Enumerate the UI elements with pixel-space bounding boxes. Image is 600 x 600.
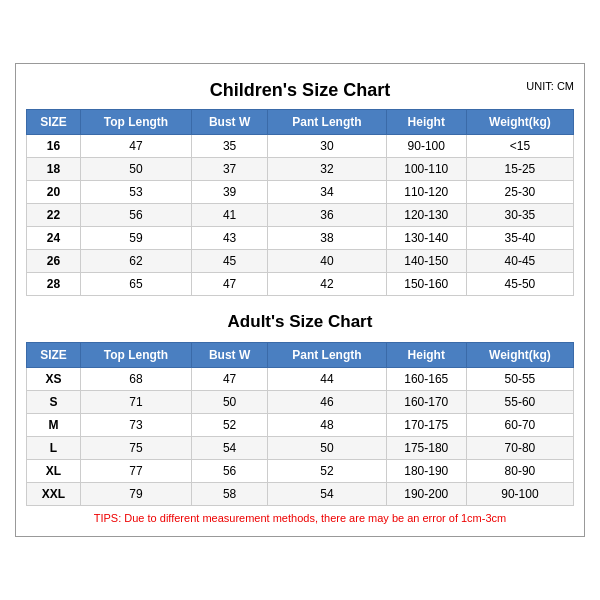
children-table: SIZETop LengthBust WPant LengthHeightWei… (26, 109, 574, 296)
adult-col-header: Height (386, 343, 466, 368)
table-cell: 52 (268, 460, 386, 483)
table-cell: 35-40 (466, 227, 573, 250)
table-cell: 60-70 (466, 414, 573, 437)
table-cell: XL (27, 460, 81, 483)
table-cell: S (27, 391, 81, 414)
table-cell: 175-180 (386, 437, 466, 460)
table-cell: 45 (192, 250, 268, 273)
table-cell: 70-80 (466, 437, 573, 460)
table-cell: 71 (80, 391, 191, 414)
table-cell: XXL (27, 483, 81, 506)
table-cell: 190-200 (386, 483, 466, 506)
table-cell: 110-120 (386, 181, 466, 204)
table-cell: 160-165 (386, 368, 466, 391)
children-col-header: Top Length (80, 110, 191, 135)
adult-table-row: S715046160-17055-60 (27, 391, 574, 414)
table-cell: 35 (192, 135, 268, 158)
table-cell: 160-170 (386, 391, 466, 414)
adult-col-header: Weight(kg) (466, 343, 573, 368)
table-cell: 38 (268, 227, 386, 250)
table-cell: XS (27, 368, 81, 391)
table-cell: 25-30 (466, 181, 573, 204)
adult-table-row: M735248170-17560-70 (27, 414, 574, 437)
table-cell: 50 (192, 391, 268, 414)
table-cell: L (27, 437, 81, 460)
adult-table-row: XS684744160-16550-55 (27, 368, 574, 391)
table-cell: M (27, 414, 81, 437)
unit-label: UNIT: CM (526, 80, 574, 92)
table-cell: 79 (80, 483, 191, 506)
table-cell: 15-25 (466, 158, 573, 181)
table-cell: 54 (268, 483, 386, 506)
table-cell: 100-110 (386, 158, 466, 181)
adult-table-row: XL775652180-19080-90 (27, 460, 574, 483)
table-cell: <15 (466, 135, 573, 158)
table-cell: 59 (80, 227, 191, 250)
table-cell: 22 (27, 204, 81, 227)
table-cell: 30-35 (466, 204, 573, 227)
children-table-row: 24594338130-14035-40 (27, 227, 574, 250)
table-cell: 18 (27, 158, 81, 181)
table-cell: 43 (192, 227, 268, 250)
children-title-text: Children's Size Chart (210, 80, 390, 100)
table-cell: 73 (80, 414, 191, 437)
table-cell: 77 (80, 460, 191, 483)
children-col-header: Pant Length (268, 110, 386, 135)
table-cell: 75 (80, 437, 191, 460)
adult-table: SIZETop LengthBust WPant LengthHeightWei… (26, 342, 574, 506)
table-cell: 28 (27, 273, 81, 296)
table-cell: 40-45 (466, 250, 573, 273)
table-cell: 44 (268, 368, 386, 391)
table-cell: 65 (80, 273, 191, 296)
children-col-header: SIZE (27, 110, 81, 135)
table-cell: 47 (80, 135, 191, 158)
children-col-header: Height (386, 110, 466, 135)
children-table-row: 18503732100-11015-25 (27, 158, 574, 181)
children-table-row: 20533934110-12025-30 (27, 181, 574, 204)
table-cell: 46 (268, 391, 386, 414)
table-cell: 56 (80, 204, 191, 227)
table-cell: 180-190 (386, 460, 466, 483)
table-cell: 52 (192, 414, 268, 437)
children-title: Children's Size Chart UNIT: CM (26, 74, 574, 103)
table-cell: 40 (268, 250, 386, 273)
table-cell: 56 (192, 460, 268, 483)
adult-col-header: SIZE (27, 343, 81, 368)
table-cell: 20 (27, 181, 81, 204)
table-cell: 170-175 (386, 414, 466, 437)
table-cell: 34 (268, 181, 386, 204)
table-cell: 130-140 (386, 227, 466, 250)
table-cell: 120-130 (386, 204, 466, 227)
children-table-row: 22564136120-13030-35 (27, 204, 574, 227)
table-cell: 26 (27, 250, 81, 273)
adult-header-row: SIZETop LengthBust WPant LengthHeightWei… (27, 343, 574, 368)
table-cell: 68 (80, 368, 191, 391)
table-cell: 30 (268, 135, 386, 158)
table-cell: 54 (192, 437, 268, 460)
adult-title-text: Adult's Size Chart (228, 312, 373, 331)
table-cell: 36 (268, 204, 386, 227)
adult-col-header: Bust W (192, 343, 268, 368)
table-cell: 48 (268, 414, 386, 437)
size-chart-container: Children's Size Chart UNIT: CM SIZETop L… (15, 63, 585, 537)
table-cell: 90-100 (386, 135, 466, 158)
children-table-row: 28654742150-16045-50 (27, 273, 574, 296)
table-cell: 50-55 (466, 368, 573, 391)
table-cell: 53 (80, 181, 191, 204)
table-cell: 32 (268, 158, 386, 181)
table-cell: 90-100 (466, 483, 573, 506)
children-table-row: 26624540140-15040-45 (27, 250, 574, 273)
table-cell: 24 (27, 227, 81, 250)
children-col-header: Weight(kg) (466, 110, 573, 135)
table-cell: 80-90 (466, 460, 573, 483)
adult-col-header: Pant Length (268, 343, 386, 368)
adult-table-row: L755450175-18070-80 (27, 437, 574, 460)
children-table-row: 1647353090-100<15 (27, 135, 574, 158)
table-cell: 42 (268, 273, 386, 296)
adult-title: Adult's Size Chart (26, 304, 574, 336)
table-cell: 50 (268, 437, 386, 460)
table-cell: 50 (80, 158, 191, 181)
table-cell: 47 (192, 368, 268, 391)
children-header-row: SIZETop LengthBust WPant LengthHeightWei… (27, 110, 574, 135)
table-cell: 47 (192, 273, 268, 296)
